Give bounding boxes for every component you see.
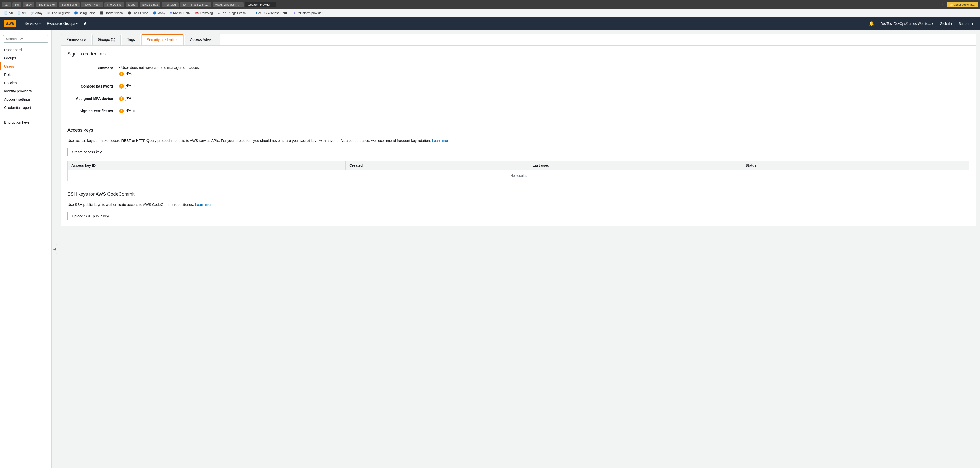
tab-groups[interactable]: Groups (1) xyxy=(92,34,121,46)
search-iam-input[interactable] xyxy=(3,35,48,43)
aws-logo-text: aws xyxy=(6,21,14,26)
notifications-bell-icon[interactable]: 🔔 xyxy=(866,21,877,26)
sign-in-section: Sign-in credentials Summary • User does … xyxy=(61,46,975,122)
tab-security-credentials[interactable]: Security credentials xyxy=(141,34,184,46)
bookmark-ebay[interactable]: 🛒 eBay xyxy=(29,11,45,16)
summary-label: Summary xyxy=(67,65,119,70)
browser-tab-tenthings[interactable]: Ten Things I Wish I'... xyxy=(180,2,211,7)
sign-in-title: Sign-in credentials xyxy=(67,51,969,57)
region-label: Global xyxy=(940,22,950,25)
resource-groups-nav[interactable]: Resource Groups ▾ xyxy=(44,17,81,30)
upload-ssh-key-button[interactable]: Upload SSH public key xyxy=(67,212,113,221)
ssh-learn-more-link[interactable]: Learn more xyxy=(195,203,214,207)
ssh-title: SSH keys for AWS CodeCommit xyxy=(67,192,969,197)
ssh-keys-section: SSH keys for AWS CodeCommit Use SSH publ… xyxy=(61,186,975,225)
sidebar-divider xyxy=(0,115,51,115)
sidebar-item-policies[interactable]: Policies xyxy=(0,79,51,87)
summary-value: • User does not have console management … xyxy=(119,65,200,76)
bookmark-txti1[interactable]: 📄 txti xyxy=(2,11,15,16)
table-row-no-results: No results xyxy=(68,170,969,181)
bookmark-outline[interactable]: ⚫ The Outline xyxy=(126,11,150,16)
services-chevron: ▾ xyxy=(39,22,41,25)
favorites-star-icon[interactable]: ★ xyxy=(81,21,90,26)
sidebar-item-credential-report[interactable]: Credential report xyxy=(0,103,51,112)
browser-tab-register[interactable]: The Register xyxy=(36,2,57,7)
access-keys-section: Access keys Use access keys to make secu… xyxy=(61,122,975,186)
support-label: Support xyxy=(959,22,970,25)
signing-certs-edit-icon[interactable]: ✏ xyxy=(133,109,136,113)
browser-tab-outline[interactable]: The Outline xyxy=(104,2,124,7)
bookmark-register[interactable]: 📰 The Register xyxy=(45,11,72,16)
tab-tags[interactable]: Tags xyxy=(122,34,140,46)
region-chevron: ▾ xyxy=(951,22,952,25)
bookmark-rektmag[interactable]: RM RektMag xyxy=(193,11,215,16)
col-actions xyxy=(904,161,969,170)
aws-logo[interactable]: aws xyxy=(4,20,16,27)
browser-tab-hacker[interactable]: Hacker Noon xyxy=(81,2,103,7)
ssh-desc: Use SSH public keys to authenticate acce… xyxy=(67,202,969,208)
bookmark-bar: 📄 txti 📄 txti 🛒 eBay 📰 The Register 🔵 Bo… xyxy=(0,9,980,17)
account-label: DevTest-DevOps/James.Woolfe... xyxy=(881,22,931,25)
browser-tab-rektmag[interactable]: RektMag xyxy=(162,2,178,7)
browser-tab-nixos[interactable]: NixOS Linux xyxy=(140,2,161,7)
mfa-row: Assigned MFA device ! N/A xyxy=(67,92,969,105)
browser-tab-boing[interactable]: Boing Boing xyxy=(59,2,79,7)
browser-tab-txti2[interactable]: txti xyxy=(13,2,21,7)
browser-tab-bar: txti txti eBay The Register Boing Boing … xyxy=(0,0,980,9)
browser-tab-bookmarks[interactable]: 📁 Other bookmarks xyxy=(947,2,978,8)
bookmark-nixos[interactable]: ❄ NixOS Linux xyxy=(168,11,192,16)
access-keys-title: Access keys xyxy=(67,127,969,133)
sidebar-item-dashboard[interactable]: Dashboard xyxy=(0,46,51,54)
tab-access-advisor[interactable]: Access Advisor xyxy=(185,34,220,46)
bookmark-terraform[interactable]: ⬡ terraform-provider-... xyxy=(292,11,328,16)
sidebar-item-account-settings[interactable]: Account settings xyxy=(0,95,51,103)
services-label: Services xyxy=(24,21,38,25)
create-access-key-button[interactable]: Create access key xyxy=(67,148,106,156)
signing-certs-row: Signing certificates ! N/A ✏ xyxy=(67,105,969,117)
sidebar-item-identity-providers[interactable]: Identity providers xyxy=(0,87,51,95)
sidebar-item-encryption-keys[interactable]: Encryption keys xyxy=(0,118,51,127)
bookmark-moby[interactable]: 🔵 Moby xyxy=(151,11,167,16)
no-results-cell: No results xyxy=(68,170,969,181)
signing-certs-na: N/A xyxy=(125,108,131,113)
console-password-label: Console password xyxy=(67,84,119,88)
sidebar: Dashboard Groups Users Roles Policies Id… xyxy=(0,30,52,468)
account-menu[interactable]: DevTest-DevOps/James.Woolfe... ▾ xyxy=(878,17,936,30)
tab-permissions[interactable]: Permissions xyxy=(61,34,91,46)
summary-bullet-text: • User does not have console management … xyxy=(119,65,200,70)
access-keys-desc: Use access keys to make secure REST or H… xyxy=(67,138,969,144)
services-nav[interactable]: Services ▾ xyxy=(21,17,44,30)
sidebar-item-roles[interactable]: Roles xyxy=(0,70,51,79)
bookmark-boing[interactable]: 🔵 Boing Boing xyxy=(72,11,98,16)
region-menu[interactable]: Global ▾ xyxy=(937,17,955,30)
browser-tab-ebay[interactable]: eBay xyxy=(23,2,34,7)
support-chevron: ▾ xyxy=(972,22,973,25)
account-chevron: ▾ xyxy=(932,22,934,25)
sidebar-collapse-button[interactable]: ◀ xyxy=(52,244,57,254)
browser-tab-txti1[interactable]: txti xyxy=(2,2,11,7)
aws-header: aws Services ▾ Resource Groups ▾ ★ 🔔 Dev… xyxy=(0,17,980,30)
bookmark-hacker[interactable]: ⬛ Hacker Noon xyxy=(98,11,125,16)
sidebar-item-users[interactable]: Users xyxy=(0,62,51,70)
signing-certs-value: ! N/A ✏ xyxy=(119,108,136,113)
signing-certs-warning-icon: ! xyxy=(119,109,124,113)
more-tabs-button[interactable]: » xyxy=(939,3,945,6)
mfa-warning-icon: ! xyxy=(119,96,124,101)
bookmark-txti2[interactable]: 📄 txti xyxy=(15,11,28,16)
browser-tab-moby[interactable]: Moby xyxy=(126,2,138,7)
main-layout: Dashboard Groups Users Roles Policies Id… xyxy=(0,30,980,468)
access-keys-learn-more-link[interactable]: Learn more xyxy=(432,139,450,143)
resource-groups-chevron: ▾ xyxy=(76,22,78,25)
bookmark-tenthings[interactable]: W Ten Things I Wish I'... xyxy=(215,11,253,16)
col-status: Status xyxy=(742,161,904,170)
sidebar-item-groups[interactable]: Groups xyxy=(0,54,51,62)
main-panel: Sign-in credentials Summary • User does … xyxy=(61,46,976,226)
browser-tab-asus[interactable]: ASUS Wireless Rout... xyxy=(213,2,243,7)
content-area: Permissions Groups (1) Tags Security cre… xyxy=(57,30,980,468)
summary-na-value: N/A xyxy=(125,71,131,76)
browser-tab-terraform[interactable]: terraform-provider-... xyxy=(245,2,276,7)
summary-warning-icon: ! xyxy=(119,71,124,76)
support-menu[interactable]: Support ▾ xyxy=(956,17,976,30)
console-password-na: N/A xyxy=(125,84,131,89)
bookmark-asus[interactable]: A ASUS Wireless Rout... xyxy=(253,11,291,16)
